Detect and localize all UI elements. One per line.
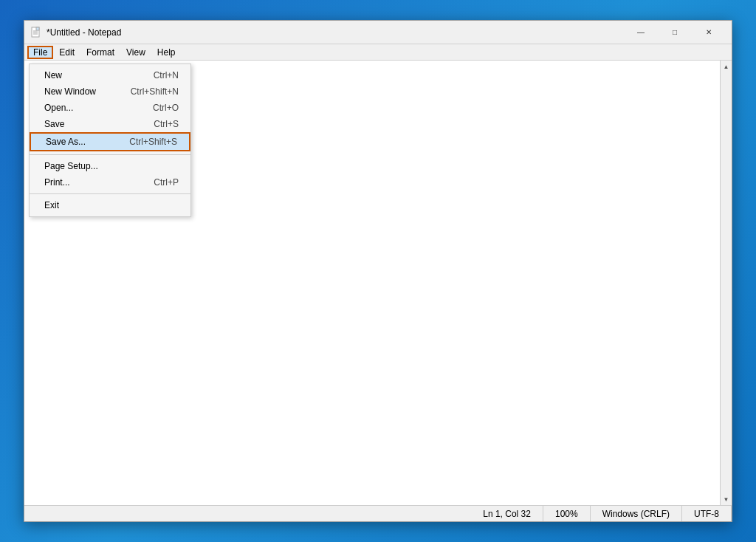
menu-page-setup[interactable]: Page Setup...	[30, 158, 190, 174]
menu-bar: File New Ctrl+N New Window Ctrl+Shift+N …	[24, 44, 732, 61]
scroll-up-arrow[interactable]: ▲	[721, 61, 732, 72]
status-position: Ln 1, Col 32	[471, 506, 543, 521]
status-bar: Ln 1, Col 32 100% Windows (CRLF) UTF-8	[24, 505, 732, 521]
window-controls: — □ ✕	[624, 21, 726, 44]
scroll-down-arrow[interactable]: ▼	[721, 493, 732, 505]
menu-open[interactable]: Open... Ctrl+O	[30, 100, 190, 116]
status-encoding: UTF-8	[682, 506, 732, 521]
menu-file[interactable]: File New Ctrl+N New Window Ctrl+Shift+N …	[27, 46, 53, 59]
menu-save-as[interactable]: Save As... Ctrl+Shift+S	[30, 132, 190, 151]
menu-separator-2	[30, 193, 190, 194]
window-title: *Untitled - Notepad	[47, 27, 624, 38]
menu-new-window[interactable]: New Window Ctrl+Shift+N	[30, 83, 190, 100]
menu-exit[interactable]: Exit	[30, 197, 190, 213]
file-dropdown: New Ctrl+N New Window Ctrl+Shift+N Open.…	[29, 64, 191, 217]
minimize-button[interactable]: —	[624, 21, 658, 44]
close-button[interactable]: ✕	[692, 21, 726, 44]
status-zoom: 100%	[543, 506, 591, 521]
app-icon	[30, 27, 42, 38]
menu-view[interactable]: View	[120, 46, 151, 59]
menu-separator-1	[30, 154, 190, 155]
maximize-button[interactable]: □	[658, 21, 692, 44]
menu-edit[interactable]: Edit	[53, 46, 80, 59]
menu-format[interactable]: Format	[80, 46, 120, 59]
status-line-ending: Windows (CRLF)	[591, 506, 682, 521]
svg-rect-1	[36, 27, 39, 30]
vertical-scrollbar[interactable]: ▲ ▼	[720, 61, 732, 505]
menu-save[interactable]: Save Ctrl+S	[30, 116, 190, 132]
menu-new[interactable]: New Ctrl+N	[30, 67, 190, 83]
notepad-window: *Untitled - Notepad — □ ✕ File New Ctrl+…	[24, 20, 732, 522]
menu-print[interactable]: Print... Ctrl+P	[30, 174, 190, 191]
title-bar: *Untitled - Notepad — □ ✕	[24, 21, 732, 44]
menu-help[interactable]: Help	[151, 46, 182, 59]
